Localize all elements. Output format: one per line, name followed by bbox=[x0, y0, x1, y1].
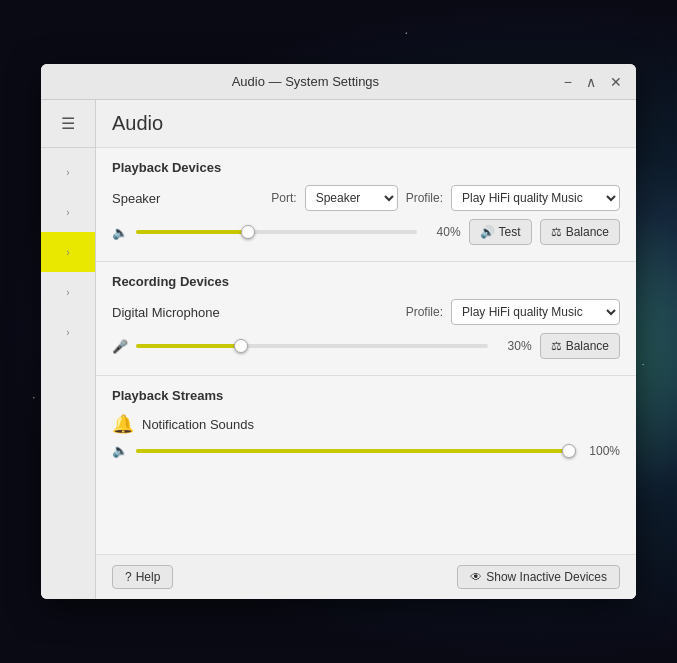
chevron-right-icon-5: › bbox=[66, 327, 69, 338]
notification-sounds-label: Notification Sounds bbox=[142, 417, 254, 432]
notification-volume-pct: 100% bbox=[584, 444, 620, 458]
window-title: Audio — System Settings bbox=[51, 74, 560, 89]
main-window: Audio — System Settings − ∧ ✕ ☰ › › › bbox=[41, 64, 636, 599]
profile-label: Profile: bbox=[406, 191, 443, 205]
notification-slider[interactable] bbox=[136, 449, 576, 453]
notification-slider-container[interactable] bbox=[136, 449, 576, 453]
help-label: Help bbox=[136, 570, 161, 584]
sidebar-item-3-active[interactable]: › bbox=[41, 232, 95, 272]
speaker-device-row: Speaker Port: Speaker Profile: Play HiFi… bbox=[112, 185, 620, 211]
microphone-device-row: Digital Microphone Profile: Play HiFi qu… bbox=[112, 299, 620, 325]
sidebar: ☰ › › › › › bbox=[41, 100, 96, 599]
footer: ? Help 👁 Show Inactive Devices bbox=[96, 554, 636, 599]
playback-devices-title: Playback Devices bbox=[112, 160, 620, 175]
page-title: Audio bbox=[112, 112, 163, 135]
sidebar-items: › › › › › bbox=[41, 152, 95, 599]
notification-sounds-row: 🔔 Notification Sounds bbox=[112, 413, 620, 435]
sidebar-item-5[interactable]: › bbox=[41, 312, 95, 352]
port-dropdown[interactable]: Speaker bbox=[305, 185, 398, 211]
recording-devices-section: Recording Devices Digital Microphone Pro… bbox=[96, 262, 636, 376]
show-inactive-button[interactable]: 👁 Show Inactive Devices bbox=[457, 565, 620, 589]
maximize-button[interactable]: ∧ bbox=[582, 73, 600, 91]
sidebar-header: ☰ bbox=[41, 100, 95, 148]
microphone-volume-pct: 30% bbox=[496, 339, 532, 353]
speaker-volume-row: 🔈 40% 🔊 Test ⚖ bbox=[112, 219, 620, 245]
sidebar-item-2[interactable]: › bbox=[41, 192, 95, 232]
show-inactive-icon: 👁 bbox=[470, 570, 482, 584]
notification-slider-thumb[interactable] bbox=[562, 444, 576, 458]
microphone-balance-label: Balance bbox=[566, 339, 609, 353]
microphone-icon: 🎤 bbox=[112, 339, 128, 354]
sidebar-item-1[interactable]: › bbox=[41, 152, 95, 192]
speaker-slider-container[interactable] bbox=[136, 230, 417, 234]
playback-streams-title: Playback Streams bbox=[112, 388, 620, 403]
playback-streams-section: Playback Streams 🔔 Notification Sounds 🔈 bbox=[96, 376, 636, 554]
test-label: Test bbox=[499, 225, 521, 239]
microphone-balance-button[interactable]: ⚖ Balance bbox=[540, 333, 620, 359]
speaker-balance-label: Balance bbox=[566, 225, 609, 239]
chevron-right-icon-4: › bbox=[66, 287, 69, 298]
main-content: Audio Playback Devices Speaker Port: Spe… bbox=[96, 100, 636, 599]
microphone-slider-thumb[interactable] bbox=[234, 339, 248, 353]
window-controls: − ∧ ✕ bbox=[560, 73, 626, 91]
help-icon: ? bbox=[125, 570, 132, 584]
speaker-slider[interactable] bbox=[136, 230, 417, 234]
close-button[interactable]: ✕ bbox=[606, 73, 626, 91]
app-body: ☰ › › › › › bbox=[41, 100, 636, 599]
speaker-slider-thumb[interactable] bbox=[241, 225, 255, 239]
recording-devices-title: Recording Devices bbox=[112, 274, 620, 289]
chevron-right-icon-3: › bbox=[66, 247, 69, 258]
chevron-right-icon-1: › bbox=[66, 167, 69, 178]
playback-devices-section: Playback Devices Speaker Port: Speaker P… bbox=[96, 148, 636, 262]
help-button[interactable]: ? Help bbox=[112, 565, 173, 589]
show-inactive-label: Show Inactive Devices bbox=[486, 570, 607, 584]
speaker-balance-icon: ⚖ bbox=[551, 225, 562, 239]
microphone-slider-container[interactable] bbox=[136, 344, 488, 348]
speaker-volume-pct: 40% bbox=[425, 225, 461, 239]
titlebar: Audio — System Settings − ∧ ✕ bbox=[41, 64, 636, 100]
notification-speaker-icon: 🔈 bbox=[112, 443, 128, 458]
microphone-slider-fill bbox=[136, 344, 241, 348]
empty-space bbox=[112, 462, 620, 542]
recording-profile-label: Profile: bbox=[406, 305, 443, 319]
minimize-button[interactable]: − bbox=[560, 73, 576, 91]
microphone-controls: Profile: Play HiFi quality Music bbox=[406, 299, 620, 325]
bell-icon: 🔔 bbox=[112, 413, 134, 435]
recording-profile-dropdown[interactable]: Play HiFi quality Music bbox=[451, 299, 620, 325]
page-body: Playback Devices Speaker Port: Speaker P… bbox=[96, 148, 636, 554]
speaker-volume-icon: 🔈 bbox=[112, 225, 128, 240]
speaker-name: Speaker bbox=[112, 191, 160, 206]
microphone-name: Digital Microphone bbox=[112, 305, 220, 320]
microphone-balance-icon: ⚖ bbox=[551, 339, 562, 353]
chevron-right-icon-2: › bbox=[66, 207, 69, 218]
port-label: Port: bbox=[271, 191, 296, 205]
hamburger-icon[interactable]: ☰ bbox=[61, 114, 75, 133]
page-header: Audio bbox=[96, 100, 636, 148]
speaker-controls: Port: Speaker Profile: Play HiFi quality… bbox=[271, 185, 620, 211]
test-button[interactable]: 🔊 Test bbox=[469, 219, 532, 245]
speaker-balance-button[interactable]: ⚖ Balance bbox=[540, 219, 620, 245]
sidebar-item-4[interactable]: › bbox=[41, 272, 95, 312]
test-icon: 🔊 bbox=[480, 225, 495, 239]
notification-slider-fill bbox=[136, 449, 576, 453]
microphone-volume-row: 🎤 30% ⚖ Balance bbox=[112, 333, 620, 359]
playback-profile-dropdown[interactable]: Play HiFi quality Music bbox=[451, 185, 620, 211]
notification-volume-row: 🔈 100% bbox=[112, 443, 620, 458]
microphone-slider[interactable] bbox=[136, 344, 488, 348]
speaker-slider-fill bbox=[136, 230, 248, 234]
